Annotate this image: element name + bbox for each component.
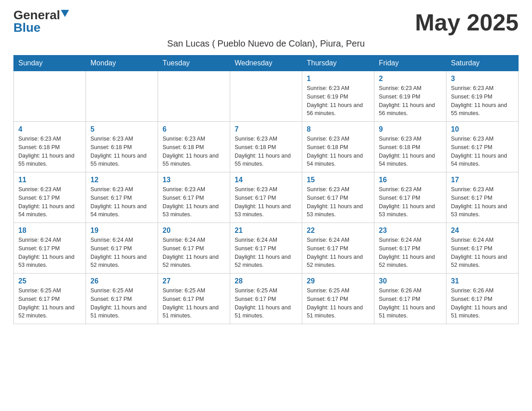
- day-info: Sunrise: 6:24 AM Sunset: 6:17 PM Dayligh…: [235, 236, 297, 270]
- day-info: Sunrise: 6:23 AM Sunset: 6:17 PM Dayligh…: [163, 185, 225, 219]
- calendar-cell: [14, 71, 86, 122]
- calendar-cell: 31Sunrise: 6:26 AM Sunset: 6:17 PM Dayli…: [446, 274, 519, 324]
- calendar-week-row: 4Sunrise: 6:23 AM Sunset: 6:18 PM Daylig…: [14, 122, 519, 172]
- day-number: 10: [451, 125, 514, 133]
- weekday-header-saturday: Saturday: [446, 56, 519, 71]
- calendar-cell: 29Sunrise: 6:25 AM Sunset: 6:17 PM Dayli…: [302, 274, 374, 324]
- day-number: 30: [379, 277, 442, 285]
- weekday-header-friday: Friday: [374, 56, 446, 71]
- day-number: 21: [235, 227, 297, 235]
- weekday-header-monday: Monday: [86, 56, 158, 71]
- day-info: Sunrise: 6:26 AM Sunset: 6:17 PM Dayligh…: [451, 287, 514, 320]
- day-number: 16: [379, 176, 442, 184]
- calendar-cell: [86, 71, 158, 122]
- day-info: Sunrise: 6:24 AM Sunset: 6:17 PM Dayligh…: [379, 236, 442, 270]
- day-info: Sunrise: 6:23 AM Sunset: 6:17 PM Dayligh…: [18, 185, 81, 219]
- day-info: Sunrise: 6:23 AM Sunset: 6:17 PM Dayligh…: [235, 185, 297, 219]
- calendar-cell: 13Sunrise: 6:23 AM Sunset: 6:17 PM Dayli…: [158, 172, 230, 223]
- day-info: Sunrise: 6:23 AM Sunset: 6:18 PM Dayligh…: [307, 135, 369, 168]
- calendar-cell: 15Sunrise: 6:23 AM Sunset: 6:17 PM Dayli…: [302, 172, 374, 223]
- day-info: Sunrise: 6:24 AM Sunset: 6:17 PM Dayligh…: [163, 236, 225, 270]
- day-number: 19: [90, 227, 153, 235]
- day-number: 11: [18, 176, 81, 184]
- day-info: Sunrise: 6:25 AM Sunset: 6:17 PM Dayligh…: [90, 287, 153, 320]
- day-info: Sunrise: 6:23 AM Sunset: 6:18 PM Dayligh…: [235, 135, 297, 168]
- day-number: 3: [451, 75, 514, 83]
- day-info: Sunrise: 6:23 AM Sunset: 6:18 PM Dayligh…: [90, 135, 153, 168]
- calendar-cell: 16Sunrise: 6:23 AM Sunset: 6:17 PM Dayli…: [374, 172, 446, 223]
- calendar-cell: 19Sunrise: 6:24 AM Sunset: 6:17 PM Dayli…: [86, 223, 158, 274]
- calendar-week-row: 18Sunrise: 6:24 AM Sunset: 6:17 PM Dayli…: [14, 223, 519, 274]
- day-number: 22: [307, 227, 369, 235]
- day-info: Sunrise: 6:26 AM Sunset: 6:17 PM Dayligh…: [379, 287, 442, 320]
- day-number: 15: [307, 176, 369, 184]
- day-number: 5: [90, 125, 153, 133]
- calendar-cell: 6Sunrise: 6:23 AM Sunset: 6:18 PM Daylig…: [158, 122, 230, 172]
- day-info: Sunrise: 6:24 AM Sunset: 6:17 PM Dayligh…: [90, 236, 153, 270]
- day-info: Sunrise: 6:23 AM Sunset: 6:19 PM Dayligh…: [451, 84, 514, 118]
- day-number: 4: [18, 125, 81, 133]
- calendar-week-row: 1Sunrise: 6:23 AM Sunset: 6:19 PM Daylig…: [14, 71, 519, 122]
- logo-blue-text: Blue: [13, 21, 41, 34]
- day-info: Sunrise: 6:25 AM Sunset: 6:17 PM Dayligh…: [18, 287, 81, 320]
- day-number: 23: [379, 227, 442, 235]
- calendar-cell: 11Sunrise: 6:23 AM Sunset: 6:17 PM Dayli…: [14, 172, 86, 223]
- day-info: Sunrise: 6:23 AM Sunset: 6:19 PM Dayligh…: [307, 84, 369, 118]
- calendar-cell: 28Sunrise: 6:25 AM Sunset: 6:17 PM Dayli…: [230, 274, 302, 324]
- calendar-cell: 9Sunrise: 6:23 AM Sunset: 6:18 PM Daylig…: [374, 122, 446, 172]
- calendar-cell: 2Sunrise: 6:23 AM Sunset: 6:19 PM Daylig…: [374, 71, 446, 122]
- day-number: 24: [451, 227, 514, 235]
- calendar-cell: 12Sunrise: 6:23 AM Sunset: 6:17 PM Dayli…: [86, 172, 158, 223]
- calendar-cell: 27Sunrise: 6:25 AM Sunset: 6:17 PM Dayli…: [158, 274, 230, 324]
- calendar-cell: 25Sunrise: 6:25 AM Sunset: 6:17 PM Dayli…: [14, 274, 86, 324]
- day-number: 27: [163, 277, 225, 285]
- day-number: 12: [90, 176, 153, 184]
- day-number: 8: [307, 125, 369, 133]
- calendar-cell: 7Sunrise: 6:23 AM Sunset: 6:18 PM Daylig…: [230, 122, 302, 172]
- calendar-cell: 8Sunrise: 6:23 AM Sunset: 6:18 PM Daylig…: [302, 122, 374, 172]
- day-number: 18: [18, 227, 81, 235]
- day-number: 6: [163, 125, 225, 133]
- weekday-header-tuesday: Tuesday: [158, 56, 230, 71]
- day-number: 7: [235, 125, 297, 133]
- month-year-title: May 2025: [415, 9, 519, 36]
- calendar-cell: 4Sunrise: 6:23 AM Sunset: 6:18 PM Daylig…: [14, 122, 86, 172]
- day-number: 25: [18, 277, 81, 285]
- day-number: 31: [451, 277, 514, 285]
- calendar-cell: 26Sunrise: 6:25 AM Sunset: 6:17 PM Dayli…: [86, 274, 158, 324]
- day-number: 13: [163, 176, 225, 184]
- calendar-week-row: 11Sunrise: 6:23 AM Sunset: 6:17 PM Dayli…: [14, 172, 519, 223]
- day-info: Sunrise: 6:23 AM Sunset: 6:17 PM Dayligh…: [307, 185, 369, 219]
- calendar-cell: 3Sunrise: 6:23 AM Sunset: 6:19 PM Daylig…: [446, 71, 519, 122]
- day-info: Sunrise: 6:24 AM Sunset: 6:17 PM Dayligh…: [18, 236, 81, 270]
- weekday-header-thursday: Thursday: [302, 56, 374, 71]
- day-info: Sunrise: 6:23 AM Sunset: 6:19 PM Dayligh…: [379, 84, 442, 118]
- logo: General Blue: [13, 9, 69, 34]
- day-info: Sunrise: 6:23 AM Sunset: 6:18 PM Dayligh…: [18, 135, 81, 168]
- day-number: 1: [307, 75, 369, 83]
- day-info: Sunrise: 6:23 AM Sunset: 6:18 PM Dayligh…: [379, 135, 442, 168]
- calendar-cell: 17Sunrise: 6:23 AM Sunset: 6:17 PM Dayli…: [446, 172, 519, 223]
- location-subtitle: San Lucas ( Pueblo Nuevo de Colan), Piur…: [13, 39, 519, 49]
- calendar-cell: 24Sunrise: 6:24 AM Sunset: 6:17 PM Dayli…: [446, 223, 519, 274]
- calendar-cell: 10Sunrise: 6:23 AM Sunset: 6:17 PM Dayli…: [446, 122, 519, 172]
- day-number: 20: [163, 227, 225, 235]
- calendar-header-row: SundayMondayTuesdayWednesdayThursdayFrid…: [14, 56, 519, 71]
- calendar-cell: 18Sunrise: 6:24 AM Sunset: 6:17 PM Dayli…: [14, 223, 86, 274]
- day-info: Sunrise: 6:23 AM Sunset: 6:17 PM Dayligh…: [451, 185, 514, 219]
- day-info: Sunrise: 6:25 AM Sunset: 6:17 PM Dayligh…: [163, 287, 225, 320]
- day-number: 14: [235, 176, 297, 184]
- day-info: Sunrise: 6:23 AM Sunset: 6:18 PM Dayligh…: [163, 135, 225, 168]
- calendar-cell: 5Sunrise: 6:23 AM Sunset: 6:18 PM Daylig…: [86, 122, 158, 172]
- day-number: 26: [90, 277, 153, 285]
- weekday-header-sunday: Sunday: [14, 56, 86, 71]
- page-header: General Blue May 2025: [13, 9, 519, 36]
- calendar-table: SundayMondayTuesdayWednesdayThursdayFrid…: [13, 55, 519, 324]
- calendar-cell: 22Sunrise: 6:24 AM Sunset: 6:17 PM Dayli…: [302, 223, 374, 274]
- calendar-cell: 21Sunrise: 6:24 AM Sunset: 6:17 PM Dayli…: [230, 223, 302, 274]
- day-info: Sunrise: 6:25 AM Sunset: 6:17 PM Dayligh…: [235, 287, 297, 320]
- day-number: 28: [235, 277, 297, 285]
- day-info: Sunrise: 6:24 AM Sunset: 6:17 PM Dayligh…: [307, 236, 369, 270]
- calendar-cell: [230, 71, 302, 122]
- calendar-cell: 23Sunrise: 6:24 AM Sunset: 6:17 PM Dayli…: [374, 223, 446, 274]
